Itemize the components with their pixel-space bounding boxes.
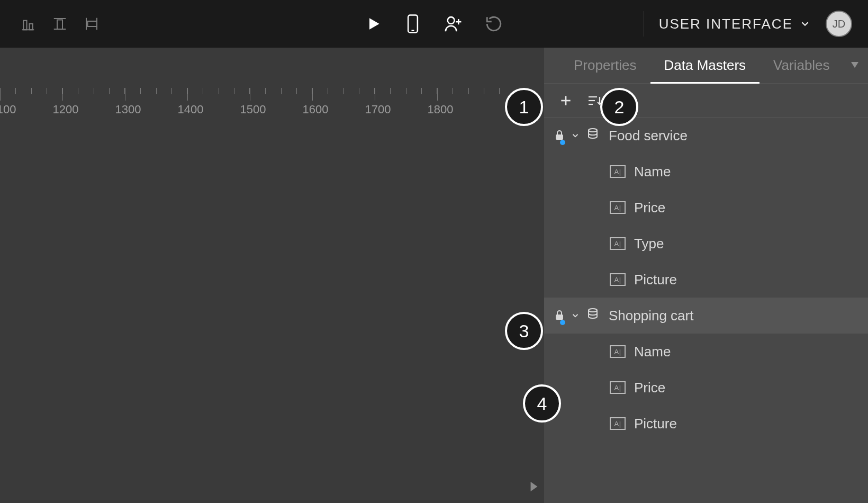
tab-properties[interactable]: Properties xyxy=(560,48,650,83)
top-toolbar: USER INTERFACE JD xyxy=(0,0,868,48)
svg-marker-9 xyxy=(369,18,379,29)
svg-point-24 xyxy=(589,129,597,132)
field-name: Name xyxy=(634,164,671,180)
center-tools xyxy=(365,14,503,34)
chevron-down-icon[interactable] xyxy=(571,128,580,144)
field-name: Type xyxy=(634,236,664,252)
text-field-icon: A| xyxy=(610,345,626,358)
svg-rect-25 xyxy=(556,315,563,320)
avatar-initials: JD xyxy=(833,18,845,30)
play-icon[interactable] xyxy=(365,15,382,32)
tab-label: Variables xyxy=(773,57,829,74)
svg-point-26 xyxy=(589,309,597,312)
data-field-row[interactable]: A|Price xyxy=(544,370,868,406)
avatar[interactable]: JD xyxy=(826,11,852,37)
lock-icon xyxy=(555,128,564,144)
ruler-label: 1300 xyxy=(112,103,144,116)
ruler-label: 1100 xyxy=(0,103,19,116)
lock-icon xyxy=(555,308,564,324)
data-field-row[interactable]: A|Price xyxy=(544,190,868,226)
tab-label: Properties xyxy=(574,57,637,74)
mode-dropdown[interactable]: USER INTERFACE xyxy=(659,16,811,32)
field-name: Price xyxy=(634,200,665,216)
ruler-label: 1600 xyxy=(300,103,331,116)
text-field-icon: A| xyxy=(610,273,626,286)
add-user-icon[interactable] xyxy=(444,15,463,33)
horizontal-ruler: 11001200130014001500160017001800 xyxy=(0,88,544,120)
svg-marker-15 xyxy=(531,482,538,491)
ruler-label: 1800 xyxy=(424,103,456,116)
text-field-icon: A| xyxy=(610,417,626,430)
ruler-cell: 1800 xyxy=(437,88,500,120)
svg-marker-16 xyxy=(851,62,858,68)
undo-icon[interactable] xyxy=(485,15,503,33)
field-name: Picture xyxy=(634,416,677,432)
database-icon xyxy=(586,308,599,324)
svg-point-12 xyxy=(448,17,455,24)
tab-variables[interactable]: Variables xyxy=(760,48,843,83)
svg-rect-7 xyxy=(88,21,97,26)
panel-tabs: Properties Data Masters Variables xyxy=(544,48,868,84)
data-master-name: Shopping cart xyxy=(609,308,693,324)
panel-toolbar xyxy=(544,84,868,118)
main-area: 11001200130014001500160017001800 Propert… xyxy=(0,48,868,503)
align-center-icon[interactable] xyxy=(84,16,100,32)
data-master-tree: Food serviceA|NameA|PriceA|TypeA|Picture… xyxy=(544,118,868,503)
field-name: Name xyxy=(634,344,671,360)
expand-panel-icon[interactable] xyxy=(530,482,538,493)
ruler-label: 1400 xyxy=(175,103,206,116)
toolbar-divider xyxy=(644,11,644,37)
data-master-item[interactable]: Food service xyxy=(544,118,868,154)
text-field-icon: A| xyxy=(610,165,626,178)
canvas[interactable]: 11001200130014001500160017001800 xyxy=(0,48,544,503)
svg-rect-23 xyxy=(556,134,563,140)
side-panel: Properties Data Masters Variables xyxy=(544,48,868,503)
tabs-overflow-icon[interactable] xyxy=(851,48,868,83)
align-middle-icon[interactable] xyxy=(52,16,68,32)
data-field-row[interactable]: A|Type xyxy=(544,226,868,262)
field-name: Picture xyxy=(634,272,677,288)
text-field-icon: A| xyxy=(610,201,626,214)
field-name: Price xyxy=(634,380,665,396)
device-icon[interactable] xyxy=(404,14,421,34)
tab-data-masters[interactable]: Data Masters xyxy=(650,48,760,83)
ruler-label: 1500 xyxy=(237,103,269,116)
text-field-icon: A| xyxy=(610,237,626,250)
chevron-down-icon[interactable] xyxy=(571,308,580,324)
data-field-row[interactable]: A|Name xyxy=(544,334,868,370)
svg-rect-4 xyxy=(57,20,62,30)
database-icon xyxy=(586,128,599,144)
data-field-row[interactable]: A|Name xyxy=(544,154,868,190)
align-tools xyxy=(0,16,100,32)
mode-label: USER INTERFACE xyxy=(659,16,793,32)
chevron-down-icon xyxy=(799,18,811,30)
svg-rect-0 xyxy=(23,21,26,30)
data-field-row[interactable]: A|Picture xyxy=(544,262,868,298)
ruler-label: 1700 xyxy=(362,103,394,116)
tab-label: Data Masters xyxy=(664,57,746,74)
ruler-label: 1200 xyxy=(50,103,82,116)
align-bottom-icon[interactable] xyxy=(20,16,36,32)
data-field-row[interactable]: A|Picture xyxy=(544,406,868,442)
sort-button[interactable] xyxy=(587,94,602,107)
add-data-master-button[interactable] xyxy=(559,94,573,107)
data-master-name: Food service xyxy=(609,128,688,144)
svg-rect-1 xyxy=(30,24,33,30)
text-field-icon: A| xyxy=(610,381,626,394)
data-master-item[interactable]: Shopping cart xyxy=(544,298,868,334)
